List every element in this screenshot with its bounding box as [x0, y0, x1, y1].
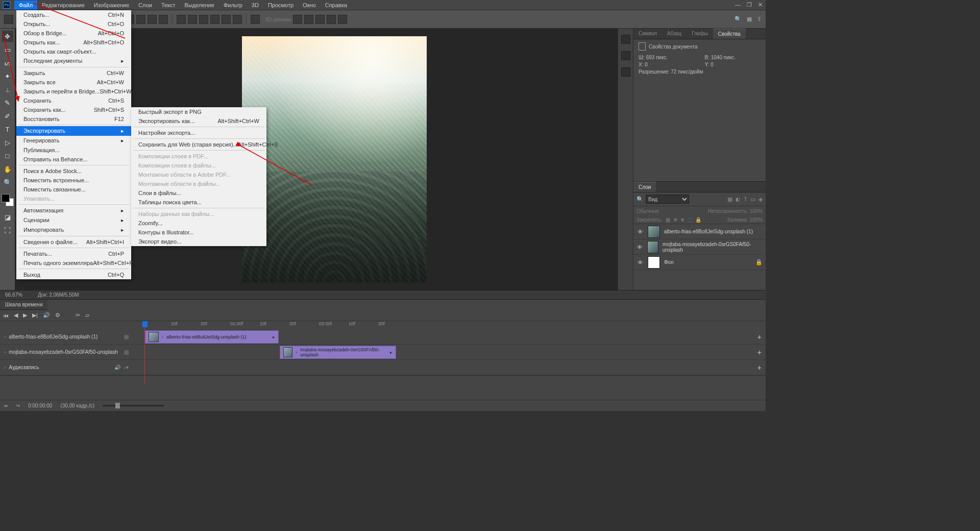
menuitem[interactable]: Автоматизация▸ [16, 206, 131, 215]
add-clip-button[interactable]: + [757, 333, 762, 341]
dist-5[interactable] [222, 15, 231, 24]
chevron-right-icon[interactable]: › [4, 365, 6, 370]
visibility-icon[interactable]: 👁 [636, 229, 644, 235]
menuitem[interactable]: Поместить связанные... [16, 185, 131, 194]
chevron-right-icon[interactable]: › [4, 349, 6, 355]
menu-справка[interactable]: Справка [321, 1, 352, 10]
dist-6[interactable] [233, 15, 242, 24]
tab-0[interactable]: Символ [633, 29, 662, 39]
add-clip-button[interactable]: + [757, 364, 762, 372]
menuitem[interactable]: Закрыть и перейти в Bridge...Shift+Ctrl+… [16, 87, 131, 96]
tab-2[interactable]: Глифы [687, 29, 713, 39]
menuitem[interactable]: Печатать...Ctrl+P [16, 249, 131, 258]
menu-файл[interactable]: Файл [14, 1, 37, 10]
menu-фильтр[interactable]: Фильтр [219, 1, 247, 10]
type-tool[interactable]: T [2, 124, 13, 135]
timeline-scroll-area[interactable] [0, 375, 766, 400]
visibility-icon[interactable]: 👁 [636, 259, 644, 266]
dist-2[interactable] [188, 15, 197, 24]
onion-icon[interactable]: ↪ [16, 403, 20, 408]
prev-frame-button[interactable]: ◀ [14, 312, 18, 319]
menuitem[interactable]: Быстрый экспорт в PNG [131, 107, 266, 116]
menuitem[interactable]: Контуры в Illustrator... [131, 228, 266, 237]
align-6[interactable] [159, 15, 168, 24]
tab-timeline[interactable]: Шкала времени [0, 300, 47, 310]
shape-tool[interactable]: □ [2, 150, 13, 161]
menu-слои[interactable]: Слои [134, 1, 157, 10]
menuitem[interactable]: Закрыть всеAlt+Ctrl+W [16, 78, 131, 87]
menuitem[interactable]: Последние документы▸ [16, 56, 131, 66]
lock-img-icon[interactable]: ▦ [666, 217, 670, 223]
zoom-slider[interactable] [103, 405, 164, 406]
menuitem[interactable]: ВосстановитьF12 [16, 114, 131, 124]
menuitem[interactable]: Обзор в Bridge...Alt+Ctrl+O [16, 29, 131, 38]
menuitem[interactable]: Открыть как...Alt+Shift+Ctrl+O [16, 38, 131, 47]
menuitem[interactable]: Экспортировать как...Alt+Shift+Ctrl+W [131, 116, 266, 126]
tab-1[interactable]: Абзац [662, 29, 687, 39]
menuitem[interactable]: Отправить на Behance... [16, 155, 131, 164]
menu-выделение[interactable]: Выделение [180, 1, 219, 10]
visibility-icon[interactable]: 👁 [636, 244, 643, 250]
timeline-ruler[interactable]: 10f20f01:00f10f20f02:00f10f20f [140, 321, 766, 329]
lock-pix-icon[interactable]: ✚ [680, 217, 684, 223]
play-button[interactable]: ▶ [23, 312, 27, 319]
menuitem[interactable]: Сохранить для Web (старая версия)...Alt+… [131, 140, 266, 149]
maximize-icon[interactable]: ❐ [747, 2, 752, 8]
tab-layers[interactable]: Слои [633, 182, 656, 192]
menu-редактирование[interactable]: Редактирование [37, 1, 89, 10]
move-tool[interactable]: ✥ [2, 31, 13, 42]
3d-d[interactable] [327, 15, 336, 24]
filter-img-icon[interactable]: ▦ [727, 196, 732, 203]
music-icon[interactable]: ♪▾ [124, 365, 129, 370]
hand-tool[interactable]: ✋ [2, 163, 13, 175]
zoom-tool[interactable]: 🔍 [2, 177, 13, 188]
layer-row[interactable]: 👁mojtaba-mosayebzadeh-0srGS0FAf50-unspla… [633, 239, 766, 255]
color-swatches[interactable] [2, 194, 14, 206]
menuitem[interactable]: Публикация... [16, 146, 131, 155]
menuitem[interactable]: Zoomify... [131, 219, 266, 228]
menuitem[interactable]: Импортировать▸ [16, 225, 131, 235]
layer-row[interactable]: 👁alberto-frias-e8Bo8JeiSdg-unsplash (1) [633, 224, 766, 239]
audio-icon[interactable]: 🔊 [114, 365, 120, 370]
screenmode-icon[interactable]: ⛶ [2, 225, 13, 236]
split-icon[interactable]: ✂ [76, 312, 80, 319]
menuitem[interactable]: Слои в файлы... [131, 188, 266, 198]
menuitem[interactable]: Открыть как смарт-объект... [16, 47, 131, 56]
transition-icon[interactable]: ▱ [85, 312, 89, 319]
first-frame-button[interactable]: ⏮ [3, 312, 9, 319]
dist-3[interactable] [199, 15, 208, 24]
menu-3d[interactable]: 3D [247, 1, 263, 10]
crop-tool[interactable]: ⟂ [2, 84, 13, 95]
3d-b[interactable] [304, 15, 313, 24]
3d-a[interactable] [293, 15, 302, 24]
menuitem[interactable]: Экспортировать▸ [16, 126, 131, 136]
search-icon[interactable]: 🔍 [734, 16, 742, 22]
minimize-icon[interactable]: — [735, 2, 741, 8]
menuitem[interactable]: ЗакрытьCtrl+W [16, 68, 131, 78]
menuitem[interactable]: СохранитьCtrl+S [16, 96, 131, 105]
panel-icon-2[interactable] [621, 51, 630, 60]
track-menu-icon[interactable]: ▤ [124, 349, 129, 355]
menu-изображение[interactable]: Изображение [89, 1, 134, 10]
track-menu-icon[interactable]: ▤ [124, 334, 129, 340]
path-tool[interactable]: ▷ [2, 137, 13, 148]
lock-pos-icon[interactable]: ✥ [673, 217, 677, 223]
dist-1[interactable] [177, 15, 186, 24]
menu-окно[interactable]: Окно [298, 1, 321, 10]
menuitem[interactable]: Поместить встроенные... [16, 176, 131, 185]
align-5[interactable] [148, 15, 157, 24]
workspace-icon[interactable]: ▦ [747, 16, 752, 22]
menu-просмотр[interactable]: Просмотр [263, 1, 298, 10]
next-frame-button[interactable]: ▶| [32, 312, 38, 319]
3d-c[interactable] [315, 15, 325, 24]
lock-art-icon[interactable]: ⬚ [688, 217, 692, 223]
playhead[interactable] [142, 321, 148, 327]
menuitem[interactable]: Генерировать▸ [16, 136, 131, 146]
zoom-level[interactable]: 66.67% [5, 292, 22, 298]
brush-tool[interactable]: ✐ [2, 110, 13, 122]
menu-текст[interactable]: Текст [157, 1, 180, 10]
loop-icon[interactable]: ∞ [4, 403, 8, 408]
panel-icon-3[interactable] [621, 67, 630, 77]
menuitem[interactable]: Сведения о файле...Alt+Shift+Ctrl+I [16, 237, 131, 247]
menuitem[interactable]: Экспорт видео... [131, 237, 266, 246]
